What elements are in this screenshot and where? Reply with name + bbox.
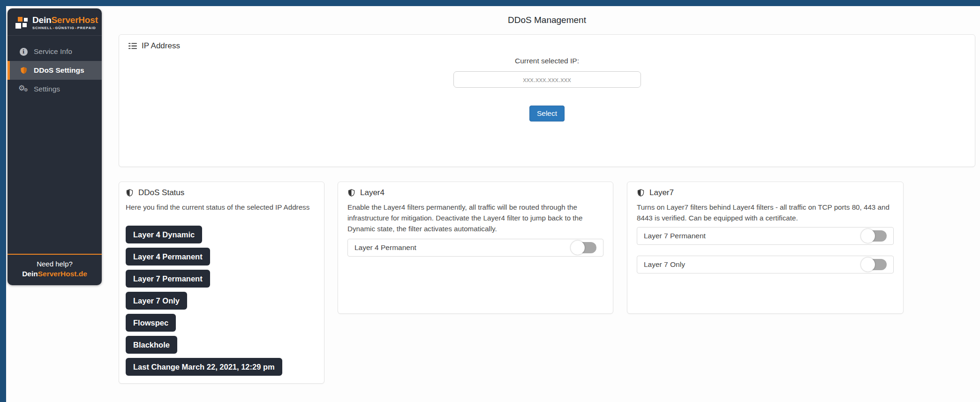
layer7-card: Layer7 Turns on Layer7 filters behind La… — [627, 182, 904, 314]
shield-half-icon — [637, 189, 645, 197]
select-button[interactable]: Select — [529, 106, 565, 121]
help-question: Need help? — [8, 260, 102, 268]
help-brand-link[interactable]: DeinServerHost.de — [8, 270, 102, 278]
sidebar-item-settings[interactable]: ⚙⚙ Settings — [8, 80, 102, 99]
status-badge-blackhole: Blackhole — [126, 336, 177, 354]
layer7-permanent-row: Layer 7 Permanent — [637, 227, 894, 245]
layer4-card-header: Layer4 — [347, 188, 603, 197]
logo[interactable]: DeinServerHost SCHNELL•GÜNSTIG•PREPAID — [8, 8, 102, 36]
sidebar-item-label: DDoS Settings — [34, 66, 84, 75]
toggle-knob — [861, 229, 875, 243]
ip-card-title: IP Address — [142, 41, 180, 51]
shield-half-icon — [347, 189, 355, 197]
layer4-permanent-row: Layer 4 Permanent — [347, 239, 603, 257]
status-badge-layer4-permanent: Layer 4 Permanent — [126, 248, 210, 265]
layer7-card-description: Turns on Layer7 filters behind Layer4 fi… — [637, 202, 894, 223]
layer7-card-title: Layer7 — [649, 188, 674, 197]
info-circle-icon: i — [18, 48, 29, 56]
list-icon — [128, 42, 137, 50]
status-card-description: Here you find the current status of the … — [126, 202, 317, 212]
toggle-label: Layer 7 Only — [644, 260, 685, 269]
ddos-status-card: DDoS Status Here you find the current st… — [119, 182, 324, 384]
toggle-knob — [861, 258, 875, 272]
status-badge-layer7-only: Layer 7 Only — [126, 292, 187, 310]
status-card-title: DDoS Status — [138, 188, 184, 197]
layer4-card: Layer4 Enable the Layer4 filters permane… — [338, 182, 613, 314]
gears-icon: ⚙⚙ — [18, 84, 29, 94]
layer7-only-toggle[interactable] — [862, 259, 887, 270]
ip-address-input[interactable] — [453, 71, 641, 88]
layer7-card-header: Layer7 — [637, 188, 894, 197]
status-badge-list: Layer 4 Dynamic Layer 4 Permanent Layer … — [126, 226, 317, 376]
layer4-card-description: Enable the Layer4 filters permanently, a… — [347, 202, 603, 234]
status-badge-layer7-permanent: Layer 7 Permanent — [126, 270, 210, 288]
sidebar-item-ddos-settings[interactable]: DDoS Settings — [8, 61, 102, 80]
layer4-card-title: Layer4 — [360, 188, 384, 197]
toggle-label: Layer 4 Permanent — [354, 243, 416, 252]
sidebar-item-service-info[interactable]: i Service Info — [8, 42, 102, 61]
current-ip-label: Current selected IP: — [515, 57, 579, 65]
status-badge-layer4-dynamic: Layer 4 Dynamic — [126, 226, 202, 243]
status-badge-last-change: Last Change March 22, 2021, 12:29 pm — [126, 358, 282, 376]
brand-tagline: SCHNELL•GÜNSTIG•PREPAID — [32, 26, 98, 30]
logo-text: DeinServerHost SCHNELL•GÜNSTIG•PREPAID — [32, 15, 98, 30]
sidebar-item-label: Service Info — [34, 47, 72, 56]
status-card-header: DDoS Status — [126, 188, 317, 197]
status-badge-flowspec: Flowspec — [126, 314, 176, 332]
layer7-only-row: Layer 7 Only — [637, 256, 894, 273]
sidebar-menu: i Service Info DDoS Settings ⚙⚙ Settings — [8, 42, 102, 99]
toggle-label: Layer 7 Permanent — [644, 232, 706, 240]
sidebar-item-label: Settings — [34, 85, 60, 93]
top-accent-bar — [0, 0, 980, 6]
layer4-permanent-toggle[interactable] — [572, 242, 596, 253]
left-accent-bar — [0, 0, 6, 402]
brand-name: DeinServerHost — [32, 15, 98, 25]
layer7-permanent-toggle[interactable] — [862, 230, 887, 242]
page-title: DDoS Management — [119, 15, 975, 25]
ip-card-body: Current selected IP: Select — [128, 51, 965, 121]
shield-icon — [18, 66, 29, 75]
ip-address-card: IP Address Current selected IP: Select — [119, 34, 975, 167]
sidebar: DeinServerHost SCHNELL•GÜNSTIG•PREPAID i… — [8, 8, 102, 285]
logo-squares-icon — [15, 17, 28, 29]
toggle-knob — [571, 241, 585, 255]
ip-card-header: IP Address — [128, 41, 965, 51]
shield-half-icon — [126, 189, 134, 197]
help-box: Need help? DeinServerHost.de — [8, 254, 102, 285]
